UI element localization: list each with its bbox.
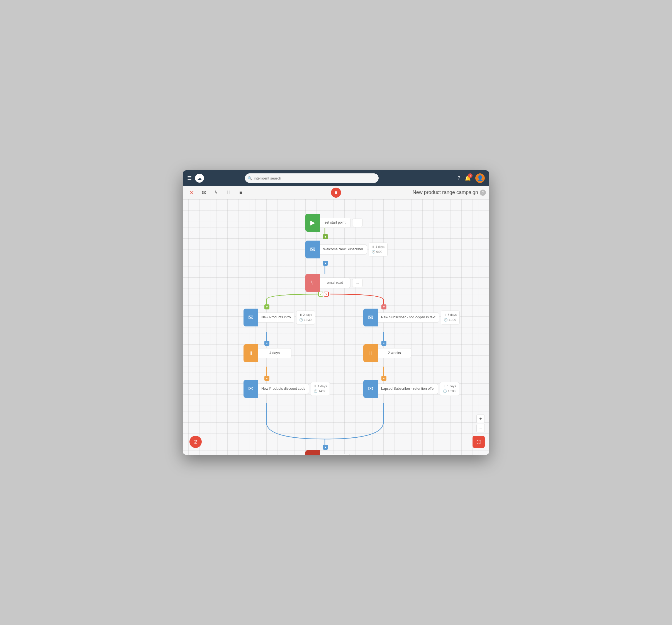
help-button[interactable]: ?	[480, 189, 486, 196]
not-logged-node-block: ✉ New Subscriber - not logged in text	[363, 308, 439, 326]
endpoint-icon[interactable]: ■	[305, 450, 320, 455]
delay2w-node-group: ⏸ 2 weeks	[363, 344, 411, 362]
app-window: ☰ ☁ 🔍 ? 🔔 1 👤 ✕ ✉ ⑂ ⏸ ■ ⏸ New product ra…	[183, 170, 489, 455]
not-logged-icon[interactable]: ✉	[363, 308, 378, 326]
connectors-svg	[183, 199, 489, 455]
lapsed-meta: ⏸ 1 days 🕐 13:00	[440, 382, 459, 396]
lapsed-node-group: ✉ Lapsed Subscriber - retention offer ⏸ …	[363, 380, 459, 398]
header-right: ? 🔔 1 👤	[457, 173, 485, 183]
delay4-label[interactable]: 4 days	[258, 348, 291, 358]
not-logged-label[interactable]: New Subscriber - not logged in text	[378, 312, 439, 323]
pause-button[interactable]: ⏸	[224, 188, 233, 197]
welcome-label[interactable]: Welcome New Subscriber	[320, 245, 367, 255]
search-icon: 🔍	[248, 176, 252, 180]
discount-node-group: ✉ New Products discount code ⏸ 1 days 🕐 …	[243, 380, 330, 398]
lapsed-node-block: ✉ Lapsed Subscriber - retention offer	[363, 380, 438, 398]
search-bar: 🔍	[245, 173, 379, 183]
intro-icon[interactable]: ✉	[243, 308, 258, 326]
delay4-icon[interactable]: ⏸	[243, 344, 258, 362]
menu-icon[interactable]: ☰	[187, 175, 192, 181]
endpoint-label[interactable]: end point	[320, 454, 351, 455]
intro-label[interactable]: New Products intro	[258, 312, 294, 323]
stop-button[interactable]: ■	[236, 188, 245, 197]
email-read-icon[interactable]: ⑂	[305, 274, 320, 292]
start-node-block: ▶ set start point	[305, 214, 351, 232]
endpoint-node-group: ■ end point	[305, 450, 351, 455]
welcome-node-block: ✉ Welcome New Subscriber	[305, 240, 367, 258]
welcome-icon[interactable]: ✉	[305, 240, 320, 258]
logo-icon: ☁	[195, 174, 204, 183]
intro-node-group: ✉ New Products intro ⏸ 2 days 🕐 12:30	[243, 308, 315, 326]
close-button[interactable]: ✕	[187, 188, 196, 197]
start-label[interactable]: set start point	[320, 218, 351, 228]
welcome-node-group: ✉ Welcome New Subscriber ⏸ 1 days 🕐 0:00	[305, 240, 387, 258]
delay2w-node-block: ⏸ 2 weeks	[363, 344, 411, 362]
lapsed-label[interactable]: Lapsed Subscriber - retention offer	[378, 384, 438, 394]
endpoint-node-block: ■ end point	[305, 450, 351, 455]
email-read-node-block: ⑂ email read	[305, 274, 351, 292]
mail-button[interactable]: ✉	[199, 188, 209, 197]
start-node-group: ▶ set start point ···	[305, 214, 363, 232]
arrow-welcome-read: ▼	[323, 261, 328, 266]
zoom-in-button[interactable]: +	[476, 415, 485, 423]
email-read-dots[interactable]: ···	[352, 279, 363, 287]
email-read-node-group: ⑂ email read ···	[305, 274, 363, 292]
email-read-label[interactable]: email read	[320, 278, 351, 288]
notification-icon[interactable]: 🔔 1	[465, 175, 471, 181]
arrow-start-welcome: ▼	[323, 234, 328, 239]
discount-node-block: ✉ New Products discount code	[243, 380, 309, 398]
arrow-to-end: ▼	[323, 445, 328, 450]
search-input[interactable]	[245, 173, 379, 183]
zoom-controls: + −	[476, 415, 485, 432]
avatar[interactable]: 👤	[475, 173, 485, 183]
welcome-meta: ⏸ 1 days 🕐 0:00	[368, 242, 387, 256]
not-logged-node-group: ✉ New Subscriber - not logged in text ⏸ …	[363, 308, 460, 326]
notification-badge: 1	[468, 173, 473, 178]
start-icon[interactable]: ▶	[305, 214, 320, 232]
center-pause-button[interactable]: ⏸	[331, 188, 341, 198]
delay2w-label[interactable]: 2 weeks	[378, 348, 411, 358]
discount-label[interactable]: New Products discount code	[258, 384, 309, 394]
discount-meta: ⏸ 1 days 🕐 14:00	[311, 382, 330, 396]
intro-node-block: ✉ New Products intro	[243, 308, 294, 326]
discount-icon[interactable]: ✉	[243, 380, 258, 398]
not-logged-meta: ⏸ 3 days 🕐 11:00	[441, 310, 460, 324]
zoom-out-button[interactable]: −	[476, 424, 485, 432]
canvas: ▼ ▼ ✓ ✕ ▼ ▼ ▼ ▼ ▼	[183, 199, 489, 455]
toolbar: ✕ ✉ ⑂ ⏸ ■ ⏸ New product range campaign ?	[183, 186, 489, 199]
help-icon[interactable]: ?	[457, 175, 460, 181]
campaign-title: New product range campaign	[413, 189, 478, 195]
export-button[interactable]: ⬡	[473, 436, 485, 448]
lapsed-icon[interactable]: ✉	[363, 380, 378, 398]
branch-button[interactable]: ⑂	[212, 188, 221, 197]
delay2w-icon[interactable]: ⏸	[363, 344, 378, 362]
delay4-node-block: ⏸ 4 days	[243, 344, 291, 362]
intro-meta: ⏸ 2 days 🕐 12:30	[296, 310, 315, 324]
page-number: 2	[189, 436, 202, 448]
start-dots[interactable]: ···	[352, 218, 363, 227]
delay4-node-group: ⏸ 4 days	[243, 344, 291, 362]
header: ☰ ☁ 🔍 ? 🔔 1 👤	[183, 170, 489, 186]
